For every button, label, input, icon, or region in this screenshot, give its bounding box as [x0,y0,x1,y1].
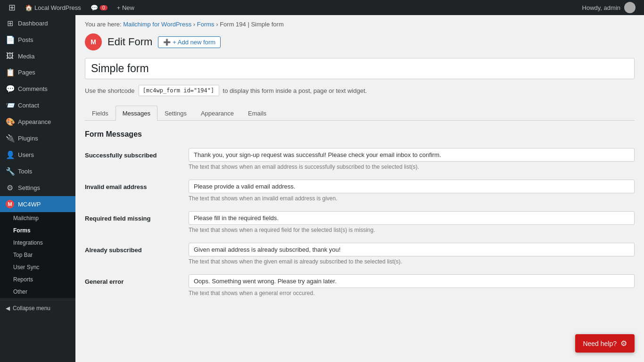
sidebar-item-label: Media [18,53,34,60]
sidebar-item-mc4wp[interactable]: M MC4WP [0,196,75,212]
sidebar-item-label: Dashboard [18,20,48,27]
breadcrumb-mc4wp[interactable]: Mailchimp for WordPress [123,21,191,28]
site-name-label: Local WordPress [34,4,81,11]
sidebar-item-tools[interactable]: 🔧 Tools [0,163,75,180]
wp-logo-icon: ⊞ [8,2,16,13]
mc4wp-icon: M [6,200,14,208]
shortcode-row: Use the shortcode to display this form i… [85,85,635,96]
message-field-wrap-invalid-email: The text that shows when an invalid emai… [189,180,635,202]
help-icon: ⚙ [620,339,627,348]
message-row-required-field: Required field missing The text that sho… [85,211,635,233]
message-label-successfully-subscribed: Successfully subscribed [85,148,179,159]
sidebar-item-plugins[interactable]: 🔌 Plugins [0,130,75,147]
sidebar-item-label: Pages [18,69,35,76]
new-label: + New [117,4,134,11]
message-row-general-error: General error The text that shows when a… [85,274,635,296]
contact-icon: 📨 [6,101,14,110]
adminbar-site-name[interactable]: 🏠 Local WordPress [20,0,86,15]
tab-messages[interactable]: Messages [116,106,157,121]
message-input-general-error[interactable] [189,274,635,288]
breadcrumb-forms[interactable]: Forms [197,21,215,28]
message-input-invalid-email[interactable] [189,180,635,193]
breadcrumb: You are here: Mailchimp for WordPress › … [85,21,635,28]
tabs-bar: Fields Messages Settings Appearance Emai… [85,106,635,121]
sidebar: ⊞ Dashboard 📄 Posts 🖼 Media 📋 Pages 💬 Co… [0,15,75,362]
submenu-item-user-sync[interactable]: User Sync [0,261,75,273]
sidebar-item-label: Contact [18,102,39,109]
sidebar-item-posts[interactable]: 📄 Posts [0,32,75,48]
sidebar-item-label: Settings [18,184,40,191]
message-label-required-field: Required field missing [85,211,179,222]
sidebar-item-label: MC4WP [18,201,41,208]
message-field-wrap-successfully-subscribed: The text that shows when an email addres… [189,148,635,170]
site-icon: 🏠 [25,4,33,11]
posts-icon: 📄 [6,35,14,44]
mc4wp-logo: M [85,33,102,50]
message-help-general-error: The text that shows when a general error… [189,290,635,296]
adminbar-user[interactable]: Howdy, admin [578,0,640,15]
shortcode-suffix: to display this form inside a post, page… [223,87,367,94]
pages-icon: 📋 [6,68,14,77]
collapse-menu-button[interactable]: ◀ Collapse menu [0,300,75,316]
adminbar-new[interactable]: + New [112,0,139,15]
message-help-invalid-email: The text that shows when an invalid emai… [189,195,635,202]
message-field-wrap-required-field: The text that shows when a required fiel… [189,211,635,233]
add-icon: ➕ [163,39,171,46]
tools-icon: 🔧 [6,167,14,176]
submenu-item-integrations[interactable]: Integrations [0,237,75,249]
need-help-button[interactable]: Need help? ⚙ [575,334,635,353]
message-label-general-error: General error [85,274,179,285]
page-title: Edit Form [107,36,152,48]
appearance-icon: 🎨 [6,117,14,126]
form-messages-section: Form Messages Successfully subscribed Th… [85,130,635,296]
sidebar-item-label: Appearance [18,118,51,125]
message-help-successfully-subscribed: The text that shows when an email addres… [189,164,635,170]
message-field-wrap-general-error: The text that shows when a general error… [189,274,635,296]
message-help-required-field: The text that shows when a required fiel… [189,227,635,233]
form-name-input[interactable] [85,58,635,79]
message-input-successfully-subscribed[interactable] [189,148,635,162]
submenu-item-other[interactable]: Other [0,286,75,298]
plugins-icon: 🔌 [6,134,14,143]
need-help-label: Need help? [583,340,617,347]
sidebar-item-label: Tools [18,168,32,175]
tab-emails[interactable]: Emails [241,106,273,121]
page-header: M Edit Form ➕ + Add new form [85,33,635,50]
tab-settings[interactable]: Settings [157,106,194,121]
admin-bar: ⊞ 🏠 Local WordPress 💬 0 + New Howdy, adm… [0,0,644,15]
sidebar-item-pages[interactable]: 📋 Pages [0,64,75,81]
sidebar-item-label: Users [18,151,34,158]
message-input-already-subscribed[interactable] [189,243,635,256]
submenu-item-top-bar[interactable]: Top Bar [0,249,75,261]
message-row-successfully-subscribed: Successfully subscribed The text that sh… [85,148,635,170]
message-label-invalid-email: Invalid email address [85,180,179,190]
sidebar-item-comments[interactable]: 💬 Comments [0,81,75,97]
sidebar-item-label: Comments [18,85,48,92]
comments-count: 0 [100,5,107,10]
adminbar-wp-logo[interactable]: ⊞ [4,0,20,15]
sidebar-item-contact[interactable]: 📨 Contact [0,97,75,114]
shortcode-input[interactable] [139,85,219,96]
add-new-label: + Add new form [173,39,215,46]
submenu-item-reports[interactable]: Reports [0,273,75,286]
sidebar-item-media[interactable]: 🖼 Media [0,48,75,64]
submenu-item-mailchimp[interactable]: Mailchimp [0,212,75,224]
message-help-already-subscribed: The text that shows when the given email… [189,258,635,265]
sidebar-item-users[interactable]: 👤 Users [0,147,75,163]
breadcrumb-prefix: You are here: [85,21,123,28]
sidebar-item-appearance[interactable]: 🎨 Appearance [0,114,75,130]
message-input-required-field[interactable] [189,211,635,225]
submenu-item-forms[interactable]: Forms [0,224,75,237]
comments-icon: 💬 [91,4,98,11]
sidebar-item-settings[interactable]: ⚙ Settings [0,180,75,196]
tab-appearance[interactable]: Appearance [194,106,241,121]
tab-fields[interactable]: Fields [85,106,116,121]
comments-icon: 💬 [6,84,14,93]
sidebar-item-dashboard[interactable]: ⊞ Dashboard [0,15,75,32]
add-new-form-button[interactable]: ➕ + Add new form [158,36,221,48]
settings-icon: ⚙ [6,183,14,192]
collapse-icon: ◀ [6,305,10,312]
user-avatar [624,2,636,13]
breadcrumb-sep1: › [193,21,197,28]
adminbar-comments[interactable]: 💬 0 [86,0,112,15]
